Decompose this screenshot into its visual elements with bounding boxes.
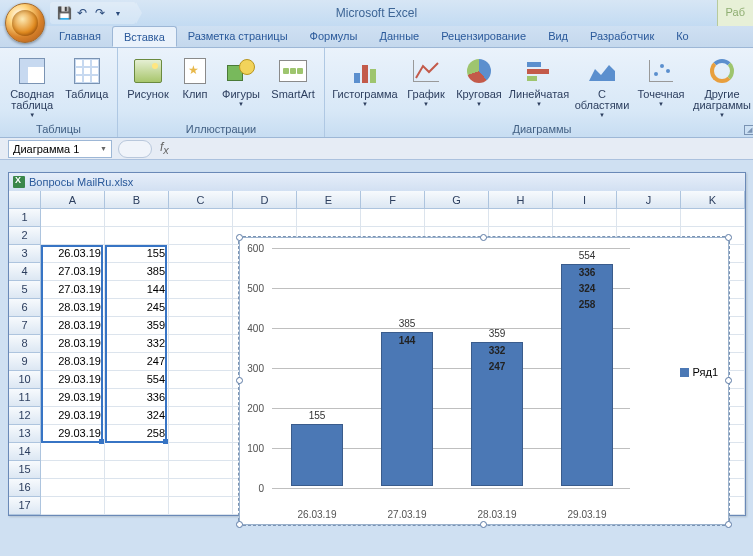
select-all-corner[interactable] [9,191,41,209]
col-header-F[interactable]: F [361,191,425,209]
column-chart-button[interactable]: Гистограмма▼ [330,51,400,119]
cell-K1[interactable] [681,209,745,227]
cell-A10[interactable]: 29.03.19 [41,371,105,389]
row-header-13[interactable]: 13 [9,425,41,443]
cell-B5[interactable]: 144 [105,281,169,299]
col-header-D[interactable]: D [233,191,297,209]
cell-A12[interactable]: 29.03.19 [41,407,105,425]
cell-A6[interactable]: 28.03.19 [41,299,105,317]
pivot-table-button[interactable]: Сводная таблица ▼ [5,51,59,119]
cell-A17[interactable] [41,497,105,515]
cell-D1[interactable] [233,209,297,227]
cell-A11[interactable]: 29.03.19 [41,389,105,407]
cell-C16[interactable] [169,479,233,497]
col-header-I[interactable]: I [553,191,617,209]
row-header-16[interactable]: 16 [9,479,41,497]
cell-B7[interactable]: 359 [105,317,169,335]
col-header-K[interactable]: K [681,191,745,209]
row-header-7[interactable]: 7 [9,317,41,335]
ribbon-tab-8[interactable]: Ко [665,26,700,47]
cell-A1[interactable] [41,209,105,227]
ribbon-tab-5[interactable]: Рецензирование [430,26,537,47]
cell-A2[interactable] [41,227,105,245]
row-header-2[interactable]: 2 [9,227,41,245]
cell-C4[interactable] [169,263,233,281]
cell-A13[interactable]: 29.03.19 [41,425,105,443]
qat-dropdown-icon[interactable]: ▼ [110,5,126,21]
row-header-1[interactable]: 1 [9,209,41,227]
col-header-A[interactable]: A [41,191,105,209]
row-header-17[interactable]: 17 [9,497,41,515]
cell-C7[interactable] [169,317,233,335]
ribbon-tab-3[interactable]: Формулы [299,26,369,47]
worksheet-grid[interactable]: ABCDEFGHIJK12326.03.19155427.03.19385527… [9,191,745,515]
ribbon-tab-7[interactable]: Разработчик [579,26,665,47]
ribbon-tab-0[interactable]: Главная [48,26,112,47]
redo-icon[interactable]: ↷ [92,5,108,21]
row-header-8[interactable]: 8 [9,335,41,353]
cell-C17[interactable] [169,497,233,515]
cell-A15[interactable] [41,461,105,479]
name-box[interactable]: Диаграмма 1▼ [8,140,112,158]
chart-legend[interactable]: Ряд1 [680,366,718,378]
chart-bar[interactable] [561,264,613,486]
line-chart-button[interactable]: График▼ [402,51,450,119]
table-button[interactable]: Таблица [61,51,112,119]
workbook-titlebar[interactable]: Вопросы MailRu.xlsx [9,173,745,191]
cell-B15[interactable] [105,461,169,479]
row-header-5[interactable]: 5 [9,281,41,299]
office-button[interactable] [5,3,45,43]
row-header-10[interactable]: 10 [9,371,41,389]
cell-A16[interactable] [41,479,105,497]
cell-G1[interactable] [425,209,489,227]
col-header-E[interactable]: E [297,191,361,209]
contextual-tab[interactable]: Раб [717,0,753,26]
cell-C1[interactable] [169,209,233,227]
cell-A4[interactable]: 27.03.19 [41,263,105,281]
area-chart-button[interactable]: С областями▼ [572,51,632,119]
cell-A5[interactable]: 27.03.19 [41,281,105,299]
embedded-chart[interactable]: 010020030040050060015526.03.1938514427.0… [239,237,729,525]
cell-B6[interactable]: 245 [105,299,169,317]
chevron-down-icon[interactable]: ▼ [100,145,107,152]
cell-A9[interactable]: 28.03.19 [41,353,105,371]
clipart-button[interactable]: Клип [175,51,215,119]
picture-button[interactable]: Рисунок [123,51,173,119]
cell-B4[interactable]: 385 [105,263,169,281]
ribbon-tab-1[interactable]: Вставка [112,26,177,47]
cell-C10[interactable] [169,371,233,389]
col-header-G[interactable]: G [425,191,489,209]
cell-B3[interactable]: 155 [105,245,169,263]
row-header-14[interactable]: 14 [9,443,41,461]
cell-A3[interactable]: 26.03.19 [41,245,105,263]
row-header-15[interactable]: 15 [9,461,41,479]
charts-dialog-launcher[interactable]: ◢ [744,125,753,135]
cell-B8[interactable]: 332 [105,335,169,353]
chart-bar[interactable] [291,424,343,486]
chart-bar[interactable] [381,332,433,486]
pie-chart-button[interactable]: Круговая▼ [452,51,506,119]
cell-C14[interactable] [169,443,233,461]
smartart-button[interactable]: SmartArt [267,51,319,119]
cell-B16[interactable] [105,479,169,497]
ribbon-tab-4[interactable]: Данные [368,26,430,47]
col-header-B[interactable]: B [105,191,169,209]
row-header-12[interactable]: 12 [9,407,41,425]
row-header-3[interactable]: 3 [9,245,41,263]
row-header-6[interactable]: 6 [9,299,41,317]
cell-C2[interactable] [169,227,233,245]
cell-H1[interactable] [489,209,553,227]
cell-C13[interactable] [169,425,233,443]
cell-B17[interactable] [105,497,169,515]
ribbon-tab-6[interactable]: Вид [537,26,579,47]
cell-A14[interactable] [41,443,105,461]
cell-E1[interactable] [297,209,361,227]
row-header-4[interactable]: 4 [9,263,41,281]
ribbon-tab-2[interactable]: Разметка страницы [177,26,299,47]
cell-C8[interactable] [169,335,233,353]
cell-B1[interactable] [105,209,169,227]
row-header-11[interactable]: 11 [9,389,41,407]
cell-B11[interactable]: 336 [105,389,169,407]
cell-C11[interactable] [169,389,233,407]
col-header-H[interactable]: H [489,191,553,209]
